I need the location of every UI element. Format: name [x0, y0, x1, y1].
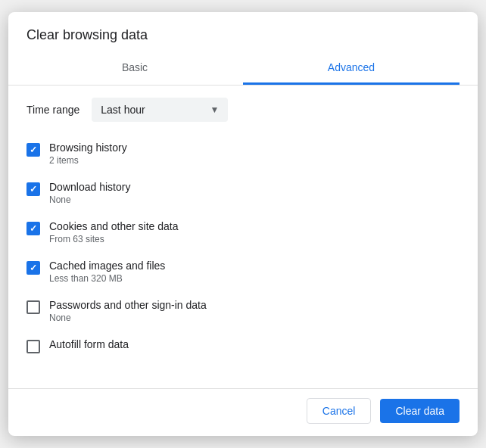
item-text: Browsing history2 items: [49, 142, 127, 166]
item-sublabel: From 63 sites: [49, 234, 178, 244]
checkbox-wrapper: [26, 300, 40, 314]
item-label: Passwords and other sign-in data: [49, 299, 207, 311]
checkbox-wrapper: ✓: [26, 182, 40, 196]
checkbox-browsing-history[interactable]: ✓: [26, 143, 40, 157]
item-text: Download historyNone: [49, 181, 130, 205]
item-label: Autofill form data: [49, 338, 129, 350]
cancel-button[interactable]: Cancel: [307, 398, 372, 424]
list-item[interactable]: Autofill form data: [26, 331, 460, 361]
dialog-footer: Cancel Clear data: [8, 388, 478, 436]
tab-basic[interactable]: Basic: [26, 52, 243, 85]
checkbox-cached-images[interactable]: ✓: [26, 261, 40, 275]
item-label: Cookies and other site data: [49, 220, 178, 232]
items-list: ✓Browsing history2 items✓Download histor…: [8, 128, 478, 388]
checkbox-download-history[interactable]: ✓: [26, 182, 40, 196]
item-text: Passwords and other sign-in dataNone: [49, 299, 207, 323]
checkmark-icon: ✓: [30, 224, 37, 233]
item-text: Cached images and filesLess than 320 MB: [49, 260, 165, 284]
item-text: Autofill form data: [49, 338, 129, 350]
list-item[interactable]: Passwords and other sign-in dataNone: [26, 291, 460, 331]
tabs-container: Basic Advanced: [8, 52, 478, 86]
item-label: Download history: [49, 181, 130, 193]
checkmark-icon: ✓: [30, 263, 37, 272]
tab-advanced[interactable]: Advanced: [243, 52, 460, 85]
list-item[interactable]: ✓Download historyNone: [26, 173, 460, 213]
list-item[interactable]: ✓Cached images and filesLess than 320 MB: [26, 252, 460, 291]
item-label: Cached images and files: [49, 260, 165, 272]
dialog-title: Clear browsing data: [8, 12, 478, 52]
checkbox-wrapper: [26, 340, 40, 353]
checkbox-cookies[interactable]: ✓: [26, 222, 40, 235]
item-sublabel: None: [49, 194, 130, 205]
clear-data-button[interactable]: Clear data: [380, 399, 460, 423]
checkbox-autofill[interactable]: [26, 340, 40, 353]
list-item[interactable]: ✓Cookies and other site dataFrom 63 site…: [26, 213, 460, 252]
item-sublabel: 2 items: [49, 155, 127, 166]
time-range-value: Last hour: [101, 104, 145, 116]
item-sublabel: Less than 320 MB: [49, 273, 165, 284]
item-label: Browsing history: [49, 142, 127, 154]
dropdown-arrow-icon: ▼: [210, 104, 219, 115]
dialog-content: Time range Last hour ▼ ✓Browsing history…: [8, 86, 478, 388]
time-range-label: Time range: [26, 104, 79, 116]
checkbox-wrapper: ✓: [26, 222, 40, 235]
checkbox-passwords[interactable]: [26, 300, 40, 314]
clear-browsing-data-dialog: Clear browsing data Basic Advanced Time …: [8, 12, 478, 436]
item-sublabel: None: [49, 313, 207, 323]
checkbox-wrapper: ✓: [26, 261, 40, 275]
time-range-row: Time range Last hour ▼: [8, 86, 478, 128]
item-text: Cookies and other site dataFrom 63 sites: [49, 220, 178, 244]
checkmark-icon: ✓: [30, 185, 37, 194]
checkbox-wrapper: ✓: [26, 143, 40, 157]
checkmark-icon: ✓: [30, 145, 37, 154]
list-item[interactable]: ✓Browsing history2 items: [26, 134, 460, 173]
time-range-select[interactable]: Last hour ▼: [92, 98, 228, 122]
